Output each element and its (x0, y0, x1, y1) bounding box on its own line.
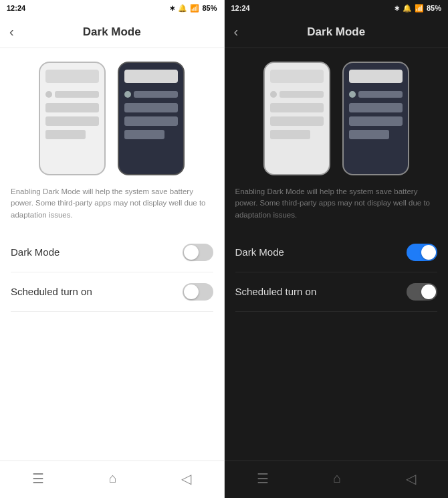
scheduled-row-left: Scheduled turn on (11, 272, 213, 312)
preview-block-dark-3 (124, 130, 164, 139)
phone-preview-left (11, 62, 213, 175)
dark-mode-toggle-right[interactable] (407, 244, 437, 261)
preview-line-dark (134, 91, 178, 98)
home-icon-left[interactable]: ⌂ (109, 471, 117, 486)
preview-top-bar-dark (124, 70, 178, 83)
preview-block-dark-2 (124, 116, 178, 126)
back-button-right[interactable]: ‹ (234, 24, 239, 39)
description-right: Enabling Dark Mode will help the system … (235, 186, 438, 221)
status-icons-right: ∗ 🔔 📶 85% (394, 4, 441, 13)
page-title-right: Dark Mode (307, 25, 365, 39)
mute-icon-right: 🔔 (403, 4, 412, 13)
page-title-left: Dark Mode (83, 25, 141, 39)
back-icon-left[interactable]: ◁ (181, 471, 191, 487)
dark-mode-label-right: Dark Mode (235, 246, 284, 258)
light-mode-preview-right (263, 62, 330, 175)
preview-row-dark-1 (124, 90, 178, 99)
preview-block-2 (45, 116, 99, 126)
preview-row-r-1 (270, 90, 324, 99)
battery-right: 85% (427, 4, 441, 12)
status-bar-right: 12:24 ∗ 🔔 📶 85% (225, 0, 449, 16)
scheduled-label-right: Scheduled turn on (235, 286, 317, 297)
menu-icon-right[interactable]: ☰ (257, 471, 269, 487)
preview-line-dark-r (358, 91, 403, 98)
preview-block-r-1 (270, 103, 324, 112)
status-bar-left: 12:24 ∗ 🔔 📶 85% (0, 0, 224, 16)
back-icon-right[interactable]: ◁ (406, 471, 416, 487)
back-button-left[interactable]: ‹ (9, 24, 14, 39)
preview-block-dark-1 (124, 103, 178, 112)
preview-top-bar (45, 70, 99, 83)
light-mode-preview (39, 62, 106, 175)
preview-block-r-3 (270, 130, 310, 139)
toggle-knob-dark-left (184, 245, 199, 260)
description-left: Enabling Dark Mode will help the system … (11, 186, 213, 221)
home-icon-right[interactable]: ⌂ (333, 471, 341, 486)
scheduled-row-right: Scheduled turn on (235, 272, 438, 312)
preview-block-r-2 (270, 116, 324, 126)
scheduled-label-left: Scheduled turn on (11, 286, 92, 297)
preview-line-r (279, 91, 324, 98)
menu-icon-left[interactable]: ☰ (32, 471, 44, 487)
bottom-nav-left: ☰ ⌂ ◁ (0, 461, 224, 498)
scheduled-toggle-left[interactable] (183, 283, 213, 301)
preview-line (55, 91, 99, 98)
time-right: 12:24 (231, 4, 250, 12)
bluetooth-icon: ∗ (169, 4, 175, 13)
dark-mode-preview (118, 62, 185, 175)
preview-block-dark-r-1 (349, 103, 403, 112)
preview-block-dark-r-3 (349, 130, 389, 139)
phone-preview-right (235, 62, 438, 175)
right-panel: 12:24 ∗ 🔔 📶 85% ‹ Dark Mode (225, 0, 449, 498)
dark-mode-label-left: Dark Mode (11, 246, 60, 258)
preview-block-1 (45, 103, 99, 112)
scheduled-toggle-right[interactable] (407, 283, 437, 301)
battery-left: 85% (202, 4, 217, 12)
header-left: ‹ Dark Mode (0, 16, 224, 48)
time-left: 12:24 (7, 4, 25, 12)
toggle-knob-scheduled-right (421, 284, 436, 299)
dark-mode-preview-right (342, 62, 409, 175)
bluetooth-icon-right: ∗ (394, 4, 400, 13)
preview-dot (45, 91, 52, 98)
toggle-knob-dark-right (421, 245, 436, 260)
status-icons-left: ∗ 🔔 📶 85% (169, 4, 217, 13)
preview-dot-dark (124, 91, 131, 98)
preview-dot-dark-r (349, 91, 356, 98)
header-right: ‹ Dark Mode (225, 16, 449, 48)
preview-dot-r (270, 91, 277, 98)
dark-mode-toggle-left[interactable] (183, 244, 213, 261)
content-left: Enabling Dark Mode will help the system … (0, 48, 224, 461)
content-right: Enabling Dark Mode will help the system … (225, 48, 449, 461)
wifi-icon-right: 📶 (415, 4, 424, 13)
dark-mode-row-left: Dark Mode (11, 233, 213, 272)
dark-mode-row-right: Dark Mode (235, 233, 438, 272)
wifi-icon: 📶 (190, 4, 199, 13)
bottom-nav-right: ☰ ⌂ ◁ (225, 461, 449, 498)
preview-block-3 (45, 130, 86, 139)
mute-icon: 🔔 (178, 4, 187, 13)
preview-row-1 (45, 90, 99, 99)
toggle-knob-scheduled-left (184, 284, 199, 299)
preview-block-dark-r-2 (349, 116, 403, 126)
preview-top-bar-r (270, 70, 324, 83)
left-panel: 12:24 ∗ 🔔 📶 85% ‹ Dark Mode (0, 0, 224, 498)
preview-row-dark-r-1 (349, 90, 403, 99)
preview-top-bar-dark-r (349, 70, 403, 83)
